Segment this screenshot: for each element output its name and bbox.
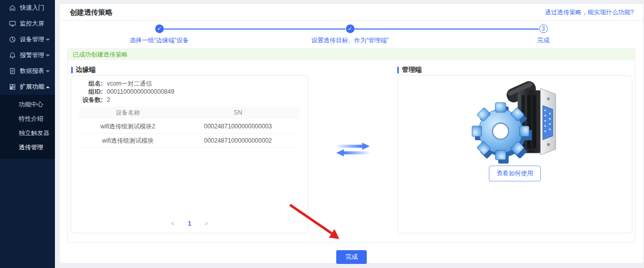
gear-serial-connector-illustration — [460, 78, 569, 166]
group-name-value: vcom一对二通信 — [107, 79, 152, 88]
sidebar-item-monitor-screen[interactable]: 监控大屏 — [0, 16, 55, 32]
step-label: 选择一组“边缘端”设备 — [130, 36, 189, 45]
section-bar — [71, 67, 73, 73]
how-to-use-button[interactable]: 查看如何使用 — [489, 166, 541, 181]
sidebar-subitem-passthrough-management[interactable]: 透传管理 — [0, 140, 55, 154]
edge-section-title: 边缘端 — [71, 65, 96, 74]
table-row: wifi透传组测试模块 00024871000000000002 — [79, 133, 300, 148]
sidebar-submenu: 功能中心 特性介绍 独立触发器 透传管理 — [0, 95, 55, 159]
section-title-text: 边缘端 — [76, 65, 96, 74]
sidebar-item-label: 监控大屏 — [20, 19, 44, 28]
success-alert: 已成功创建透传策略 — [68, 49, 635, 60]
page-title: 创建透传策略 — [70, 4, 112, 21]
edge-panel: 组名: vcom一对二通信 组ID: 00011000000000000849 … — [71, 75, 308, 233]
step-1: ✓ 选择一组“边缘端”设备 — [130, 24, 189, 45]
chevron-down-icon — [46, 55, 50, 57]
table-row: wifi透传组测试模块2 00024871000000000003 — [79, 119, 300, 133]
stepper: ✓ 选择一组“边缘端”设备 ✓ 设置透传目标、作为“管理端” 3 完成 — [60, 21, 643, 45]
field-label: 设备数: — [71, 96, 103, 104]
table-header-row: 设备名称 SN — [79, 106, 300, 119]
sidebar-subitem-feature-intro[interactable]: 特性介绍 — [0, 112, 55, 126]
device-name-cell: wifi透传组测试模块2 — [79, 119, 177, 133]
section-title-text: 管理端 — [402, 65, 422, 74]
manage-panel: 查看如何使用 — [397, 75, 632, 233]
sidebar-subitem-function-center[interactable]: 功能中心 — [0, 97, 55, 112]
step-check-icon: ✓ — [346, 24, 355, 33]
manage-section-title: 管理端 — [397, 65, 422, 74]
device-count-row: 设备数: 2 — [71, 96, 308, 104]
field-label: 组ID: — [71, 88, 103, 96]
chevron-up-icon — [46, 86, 50, 88]
col-header-device-name: 设备名称 — [79, 106, 177, 119]
col-header-sn: SN — [177, 106, 300, 119]
result-container: 已成功创建透传策略 边缘端 管理端 组名: vcom一对二通信 组ID: — [67, 48, 635, 243]
chevron-down-icon — [46, 39, 50, 41]
help-link[interactable]: 通过透传策略，能实现什么功能? — [545, 4, 634, 21]
step-number: 3 — [539, 24, 548, 33]
device-table: 设备名称 SN wifi透传组测试模块2 0002487100000000000… — [79, 106, 300, 148]
sidebar-item-quick-start[interactable]: 快速入门 — [0, 0, 55, 16]
sidebar: 快速入门 监控大屏 设备管理 报警管理 数据报表 — [0, 0, 55, 268]
content-card: 创建透传策略 通过透传策略，能实现什么功能? ✓ 选择一组“边缘端”设备 ✓ 设… — [60, 4, 643, 263]
device-count-value: 2 — [107, 96, 110, 104]
card-header: 创建透传策略 通过透传策略，能实现什么功能? — [60, 4, 643, 21]
sidebar-item-device-management[interactable]: 设备管理 — [0, 32, 55, 47]
chevron-down-icon — [46, 70, 50, 72]
sidebar-item-extensions[interactable]: 扩展功能 — [0, 79, 55, 95]
sidebar-item-label: 扩展功能 — [20, 83, 44, 91]
step-label: 完成 — [537, 36, 549, 45]
pagination-page-1[interactable]: 1 — [188, 220, 191, 227]
group-id-value: 00011000000000000849 — [107, 88, 174, 96]
transfer-arrows-icon — [334, 142, 372, 159]
sidebar-subitem-independent-trigger[interactable]: 独立触发器 — [0, 126, 55, 140]
extension-icon — [8, 83, 16, 91]
pagination-next[interactable]: > — [204, 220, 208, 227]
field-label: 组名: — [71, 79, 103, 88]
pagination: < 1 > — [71, 220, 308, 227]
monitor-icon — [8, 20, 16, 28]
device-sn-cell: 00024871000000000002 — [177, 133, 300, 147]
finish-button[interactable]: 完成 — [336, 250, 367, 264]
home-icon — [8, 4, 16, 12]
group-id-row: 组ID: 00011000000000000849 — [71, 88, 308, 96]
device-icon — [8, 36, 16, 44]
sidebar-item-data-report[interactable]: 数据报表 — [0, 63, 55, 79]
pagination-prev[interactable]: < — [171, 220, 174, 227]
sidebar-item-label: 快速入门 — [20, 4, 44, 12]
sidebar-item-label: 数据报表 — [20, 67, 44, 75]
device-sn-cell: 00024871000000000003 — [177, 119, 300, 133]
sidebar-item-alarm-management[interactable]: 报警管理 — [0, 47, 55, 63]
step-label: 设置透传目标、作为“管理端” — [311, 36, 389, 45]
device-name-cell: wifi透传组测试模块 — [79, 133, 177, 147]
section-bar — [397, 67, 399, 73]
step-3: 3 完成 — [537, 24, 549, 45]
step-2: ✓ 设置透传目标、作为“管理端” — [311, 24, 389, 45]
group-info: 组名: vcom一对二通信 组ID: 00011000000000000849 … — [71, 79, 308, 104]
group-name-row: 组名: vcom一对二通信 — [71, 79, 308, 88]
report-icon — [8, 67, 16, 75]
bell-icon — [8, 51, 16, 60]
sidebar-item-label: 报警管理 — [20, 51, 44, 60]
sidebar-item-label: 设备管理 — [20, 35, 44, 44]
step-check-icon: ✓ — [155, 24, 164, 33]
